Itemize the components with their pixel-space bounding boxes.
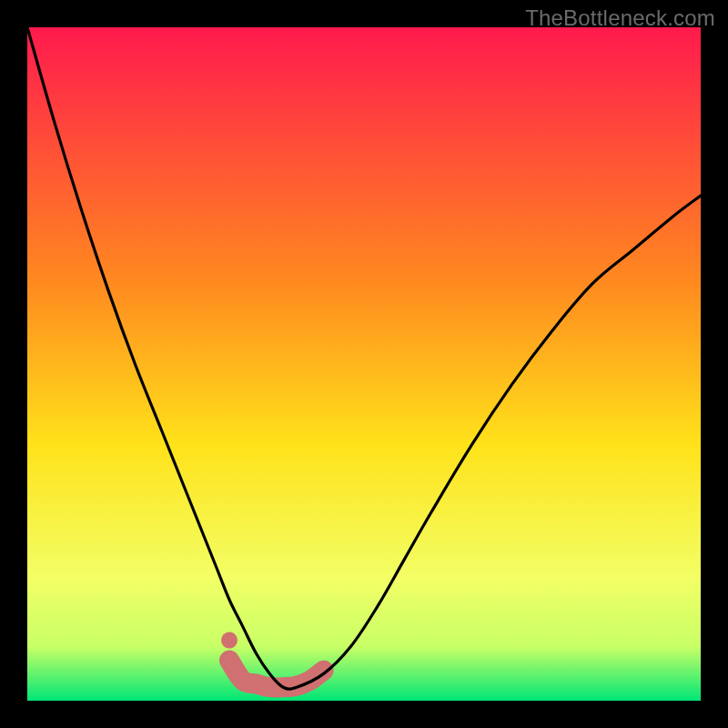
highlight-dot bbox=[221, 632, 238, 649]
chart-stage: TheBottleneck.com bbox=[0, 0, 728, 728]
bottleneck-curve bbox=[27, 27, 701, 689]
curve-layer bbox=[27, 27, 701, 701]
plot-area bbox=[27, 27, 701, 701]
